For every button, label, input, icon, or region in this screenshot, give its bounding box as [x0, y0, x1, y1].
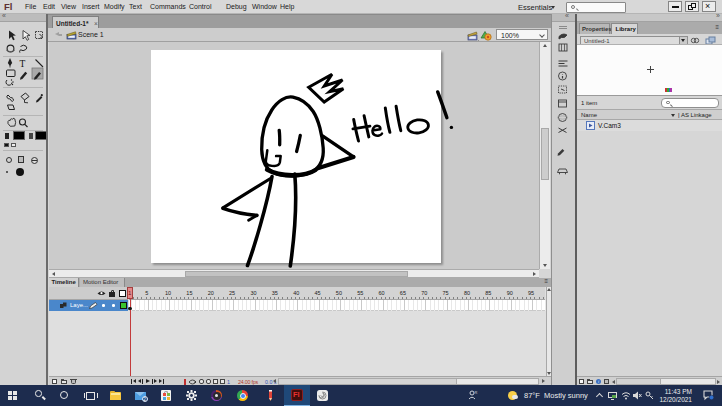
svg-text:R: R [475, 390, 478, 395]
svg-text:T: T [20, 59, 26, 69]
